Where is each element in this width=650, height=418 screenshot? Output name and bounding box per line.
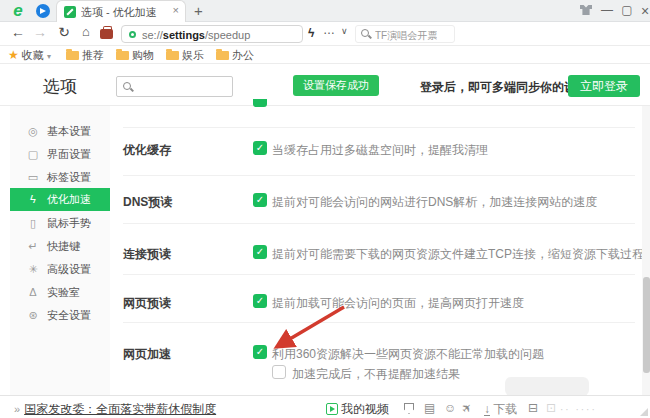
divider <box>123 175 635 176</box>
row-label-dns: DNS预读 <box>123 194 172 211</box>
divider <box>123 274 635 275</box>
star-icon: ★ <box>8 48 19 62</box>
toolbar: ← → ↻ ⌂ se://settings/speedup ϟ … ∨ TF演唱… <box>0 22 650 46</box>
sidebar-item-advanced[interactable]: ✳高级设置 <box>10 259 110 280</box>
login-hint: 登录后，即可多端同步你的设置 <box>420 79 588 96</box>
theme-skin-icon[interactable] <box>580 5 592 15</box>
my-video-button[interactable]: 我的视频 <box>326 401 389 418</box>
checkbox-tcp[interactable]: ✓ <box>253 245 267 259</box>
row-desc-dns: 提前对可能会访问的网站进行DNS解析，加速连接网站的速度 <box>272 194 597 211</box>
speed-bolt-icon[interactable]: ϟ <box>308 26 314 40</box>
shield-check-icon: ⊛ <box>27 305 39 326</box>
disabled-tool-icon: ⊡ <box>546 401 556 415</box>
sidebar-item-lab[interactable]: Δ实验室 <box>10 282 110 303</box>
settings-sidebar: ◎基本设置 ▢界面设置 ▭标签设置 ϟ优化加速 ▯鼠标手势 ↵快捷键 ✳高级设置… <box>10 106 110 395</box>
folder-icon <box>216 51 229 60</box>
row-desc-cache: 当缓存占用过多磁盘空间时，提醒我清理 <box>272 142 488 159</box>
settings-content: 优化缓存 ✓ 当缓存占用过多磁盘空间时，提醒我清理 DNS预读 ✓ 提前对可能会… <box>110 106 650 395</box>
tab-close-icon[interactable]: × <box>173 4 179 16</box>
checkbox-prefetch[interactable]: ✓ <box>253 294 267 308</box>
tab-options[interactable]: 选项 - 优化加速 × <box>56 0 186 22</box>
workspace-icon[interactable] <box>100 29 113 39</box>
window-icon: ▢ <box>27 144 39 165</box>
bookmark-folder-office[interactable]: 办公 <box>216 48 254 63</box>
row-label-tcp: 连接预读 <box>123 246 171 263</box>
browser-window: e 选项 - 优化加速 × + — ▢ × ← → ↻ ⌂ se://setti… <box>0 0 650 418</box>
settings-favicon-icon <box>64 6 76 18</box>
chevron-down-icon[interactable]: ∨ <box>341 26 348 36</box>
ad-shield-icon[interactable] <box>404 403 414 414</box>
search-icon <box>123 82 131 90</box>
row-desc-prefetch: 提前加载可能会访问的页面，提高网页打开速度 <box>272 295 524 312</box>
sidebar-item-tabs[interactable]: ▭标签设置 <box>10 167 110 188</box>
resize-grip-icon[interactable] <box>640 408 648 416</box>
ticker-icon: » <box>14 403 20 415</box>
search-icon <box>361 29 369 37</box>
play-icon <box>326 403 338 415</box>
titlebar: e 选项 - 优化加速 × + — ▢ × <box>0 0 650 22</box>
statusbar-dots: ·· ···· <box>560 404 597 415</box>
divider <box>123 127 635 128</box>
watermark-blob <box>505 377 589 396</box>
home-button[interactable]: ⌂ <box>76 24 96 39</box>
save-success-toast: 设置保存成功 <box>293 75 379 96</box>
row-label-cache: 优化缓存 <box>123 142 171 159</box>
search-box[interactable]: TF演唱会开票再… <box>355 25 455 43</box>
login-now-button[interactable]: 立即登录 <box>568 75 640 97</box>
site-security-icon <box>129 31 136 38</box>
checkbox-cache[interactable]: ✓ <box>253 141 267 155</box>
folder-icon <box>66 51 79 60</box>
row-label-prefetch: 网页预读 <box>123 295 171 312</box>
back-button[interactable]: ← <box>8 24 28 40</box>
folder-icon <box>116 51 129 60</box>
bookmarks-bar: ★ 收藏 ▾ 推荐 购物 娱乐 办公 <box>0 46 650 64</box>
sidebar-item-security[interactable]: ⊛安全设置 <box>10 305 110 326</box>
minimize-button[interactable]: — <box>598 3 616 17</box>
bookmark-folder-recommend[interactable]: 推荐 <box>66 48 104 63</box>
settings-search-input[interactable] <box>116 76 233 97</box>
url-text[interactable]: se://settings/speedup <box>142 29 250 41</box>
picture-icon[interactable]: ▤ <box>424 401 435 415</box>
settings-header: 选项 设置保存成功 登录后，即可多端同步你的设置 立即登录 <box>0 64 650 106</box>
printer-icon[interactable]: ⊟ <box>528 401 538 415</box>
row-desc-no-remind: 加速完成后，不再提醒加速结果 <box>292 366 460 383</box>
bookmark-folder-shopping[interactable]: 购物 <box>116 48 154 63</box>
news-ticker-link[interactable]: »国家发改委：全面落实带薪休假制度 <box>14 401 216 418</box>
wrench-icon: ✳ <box>27 259 39 280</box>
row-desc-speedup: 利用360资源解决一些网页资源不能正常加载的问题 <box>272 346 544 363</box>
download-status-button[interactable]: ↓ 下载 <box>484 401 517 418</box>
checkbox-dns[interactable]: ✓ <box>253 193 267 207</box>
search-hotword[interactable]: TF演唱会开票再… <box>375 29 437 43</box>
sidebar-item-basic[interactable]: ◎基本设置 <box>10 121 110 142</box>
keyboard-key-icon: ↵ <box>27 236 39 257</box>
rocket-icon[interactable]: ✈ <box>459 399 476 416</box>
sidebar-item-shortcuts[interactable]: ↵快捷键 <box>10 236 110 257</box>
target-icon: ◎ <box>27 121 39 142</box>
statusbar: »国家发改委：全面落实带薪休假制度 我的视频 ▤ ☺ ✈ ↓ 下载 ⊟ ⊡ ··… <box>0 395 650 418</box>
sidebar-item-mouse-gesture[interactable]: ▯鼠标手势 <box>10 213 110 234</box>
address-bar[interactable]: se://settings/speedup <box>121 25 303 43</box>
maximize-button[interactable]: ▢ <box>618 3 636 17</box>
page-title: 选项 <box>43 75 77 98</box>
forward-button[interactable]: → <box>30 24 50 40</box>
more-actions-icon[interactable]: … <box>323 23 336 37</box>
scrolled-checkbox-partial <box>253 99 267 107</box>
close-button[interactable]: × <box>636 3 650 19</box>
flask-icon: Δ <box>27 282 39 303</box>
browser-logo-icon[interactable]: e <box>8 1 28 21</box>
row-desc-tcp: 提前对可能需要下载的网页资源文件建立TCP连接，缩短资源下载过程 <box>272 246 644 263</box>
checkbox-speedup-no-remind[interactable] <box>272 365 286 379</box>
new-tab-button[interactable]: + <box>194 2 203 19</box>
emoji-icon[interactable]: ☺ <box>444 401 456 415</box>
refresh-button[interactable]: ↻ <box>54 24 74 40</box>
bookmark-folder-fun[interactable]: 娱乐 <box>166 48 204 63</box>
messenger-icon[interactable] <box>36 4 50 18</box>
sidebar-item-interface[interactable]: ▢界面设置 <box>10 144 110 165</box>
checkbox-speedup[interactable]: ✓ <box>253 345 267 359</box>
caret-down-icon: ▾ <box>47 52 51 61</box>
sidebar-item-speedup[interactable]: ϟ优化加速 <box>10 188 110 211</box>
favorites-button[interactable]: ★ 收藏 ▾ <box>8 48 51 63</box>
divider <box>123 322 635 323</box>
scrollbar-thumb[interactable] <box>643 277 650 373</box>
folder-icon <box>166 51 179 60</box>
